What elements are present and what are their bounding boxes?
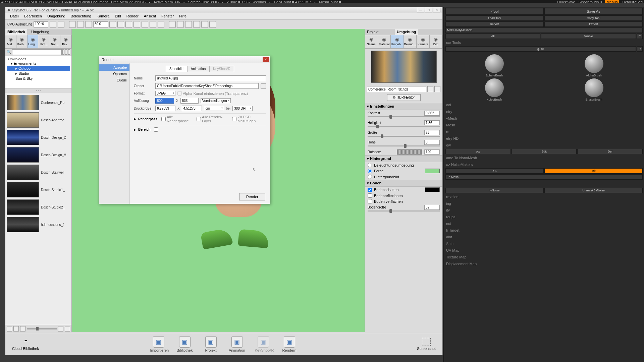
bodengroesse-slider[interactable]: [365, 210, 442, 214]
brush-noise-icon[interactable]: [485, 78, 504, 97]
zbrush-tomesh[interactable]: To Mesh: [445, 174, 643, 180]
psd-checkbox[interactable]: [232, 117, 236, 121]
format-select[interactable]: JPEG: [155, 91, 175, 96]
bg-radio-image[interactable]: [368, 175, 372, 179]
zbrush-del[interactable]: Del: [577, 149, 643, 154]
cloud-library-button[interactable]: ☁ Cloud-Bibliothek: [12, 338, 39, 351]
side-queue[interactable]: Queue: [99, 77, 129, 83]
zbrush-edit[interactable]: Edit: [512, 149, 577, 154]
bibliothek-button[interactable]: Bibliothek: [176, 336, 193, 352]
pause-icon[interactable]: [50, 21, 56, 28]
browse-folder-icon[interactable]: [261, 83, 266, 89]
env-thumbnails[interactable]: Conference_Ro Dosch-Apartme Dosch-Design…: [5, 93, 71, 325]
groesse-slider[interactable]: [365, 136, 442, 139]
tree-outdoor[interactable]: ▸ Outdoor: [7, 66, 70, 71]
tool-icon[interactable]: [142, 21, 148, 28]
zbrush-init[interactable]: Init: [544, 168, 643, 174]
fov-value[interactable]: 50.0: [93, 21, 108, 27]
tool-icon[interactable]: [209, 21, 216, 28]
tree-sunsky[interactable]: Sun & Sky: [7, 76, 70, 81]
env-thumb[interactable]: Dosch-Design_D: [7, 129, 70, 146]
library-search-input[interactable]: [12, 49, 62, 55]
tab-projekt[interactable]: Projekt: [365, 29, 380, 35]
bg-color-swatch[interactable]: [425, 169, 440, 173]
folder-icon[interactable]: [58, 326, 63, 331]
tree-studio[interactable]: ▸ Studio: [7, 71, 70, 76]
section-einstellungen[interactable]: Einstellungen: [365, 103, 442, 110]
tool-icon[interactable]: [117, 21, 124, 28]
env-tree[interactable]: Downloads ▾ Environments ▸ Outdoor ▸ Stu…: [5, 56, 71, 89]
tool-icon[interactable]: [177, 21, 184, 28]
tab-bibliothek[interactable]: Bibliothek: [5, 29, 27, 35]
env-thumb[interactable]: Conference_Ro: [7, 94, 70, 111]
close-button[interactable]: ✕: [433, 8, 440, 12]
side-ausgabe[interactable]: Ausgabe: [99, 64, 129, 71]
play-icon[interactable]: [58, 21, 64, 28]
zbrush-polymesh[interactable]: Make PolyMesh3D: [445, 27, 643, 33]
zbrush-saveas[interactable]: Save As: [544, 8, 643, 15]
menu-render[interactable]: Render: [124, 13, 141, 19]
shadow-color-swatch[interactable]: [425, 187, 440, 192]
alllayers-checkbox[interactable]: [197, 117, 201, 121]
tool-icon[interactable]: [185, 21, 192, 28]
rotation-input[interactable]: [424, 149, 440, 155]
env-thumb[interactable]: Dosch-Apartme: [7, 112, 70, 128]
menu-bild[interactable]: Bild: [112, 13, 123, 19]
compass-icon[interactable]: [77, 21, 84, 28]
render-button[interactable]: Render: [239, 193, 265, 200]
allpasses-checkbox[interactable]: [161, 117, 166, 121]
rendern-button[interactable]: Rendern: [281, 336, 298, 352]
groesse-input[interactable]: [424, 130, 440, 135]
print-unit-select[interactable]: cm: [204, 106, 224, 111]
zbrush-export[interactable]: Export: [544, 21, 643, 27]
projekt-button[interactable]: Projekt: [203, 336, 219, 352]
helligkeit-slider[interactable]: [365, 126, 442, 129]
projicon-szene[interactable]: Szene: [365, 35, 378, 48]
menu-fenster[interactable]: Fenster: [159, 13, 176, 19]
dpi-select[interactable]: 300 DPI: [232, 106, 253, 111]
hoehe-slider[interactable]: [365, 145, 442, 149]
trash-icon[interactable]: [65, 326, 70, 331]
boden-flatten-check[interactable]: [368, 199, 372, 203]
libicon-material[interactable]: Mat...: [5, 35, 16, 48]
zoom-icon[interactable]: [20, 326, 25, 331]
alpha-checkbox[interactable]: [177, 91, 182, 96]
env-browse-icon[interactable]: [427, 86, 433, 92]
side-optionen[interactable]: Optionen: [99, 71, 129, 77]
tool-icon[interactable]: [133, 21, 140, 28]
menu-datei[interactable]: Datei: [7, 13, 21, 19]
brush-eraser-icon[interactable]: [585, 78, 603, 97]
minimize-button[interactable]: —: [417, 8, 424, 12]
subtab-standbild[interactable]: Standbild: [166, 66, 187, 72]
refresh-icon[interactable]: [69, 21, 76, 28]
bereich-checkbox[interactable]: [154, 127, 158, 132]
resolution-width-input[interactable]: 800: [155, 98, 174, 104]
brush-sphere-icon[interactable]: [485, 54, 504, 73]
projicon-material[interactable]: Material: [378, 35, 391, 48]
download-icon[interactable]: [85, 21, 92, 28]
libicon-farbe[interactable]: Farb...: [16, 35, 28, 48]
zbrush-import[interactable]: Import: [445, 21, 544, 27]
cpu-value[interactable]: 100 %: [34, 21, 48, 27]
boden-schatten-check[interactable]: [368, 188, 372, 192]
tool-icon[interactable]: [109, 21, 116, 28]
tool-icon[interactable]: [125, 21, 132, 28]
env-thumb[interactable]: hdri-locations_f: [7, 216, 70, 233]
bg-radio-farbe[interactable]: [368, 169, 372, 173]
env-thumb[interactable]: Dosch-Design_H: [7, 146, 70, 163]
projicon-beleuchtung[interactable]: Beleuc...: [404, 35, 417, 48]
libicon-umgebung[interactable]: Umg...: [28, 35, 39, 48]
libicon-favorit[interactable]: Fav...: [60, 35, 71, 48]
zbrush-tool[interactable]: ›Tool: [445, 8, 544, 15]
zbrush-loadtool[interactable]: Load Tool: [445, 15, 544, 21]
import-button[interactable]: Importieren: [150, 336, 167, 352]
menu-umgebung[interactable]: Umgebung: [45, 13, 68, 19]
animation-button[interactable]: Animation: [229, 336, 246, 352]
menu-beleuchtung[interactable]: Beleuchtung: [68, 13, 94, 19]
hoehe-input[interactable]: [424, 140, 440, 145]
maximize-button[interactable]: □: [425, 8, 432, 12]
kontrast-slider[interactable]: [365, 116, 442, 120]
render-folder-input[interactable]: [155, 83, 259, 89]
libicon-hintergrund[interactable]: Hint...: [38, 35, 49, 48]
projicon-umgebung[interactable]: Umgeb...: [391, 35, 404, 48]
